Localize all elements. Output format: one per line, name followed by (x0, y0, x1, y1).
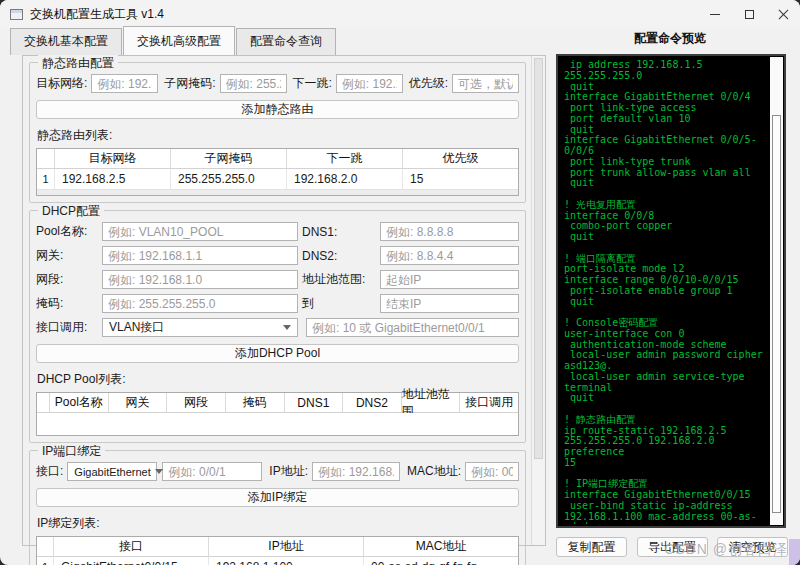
window-title: 交换机配置生成工具 v1.4 (30, 6, 164, 23)
dhcp-group-title: DHCP配置 (38, 203, 104, 220)
ip-binding-group: IP端口绑定 接口: GigabitEthernet IP地址: MAC地址: … (29, 450, 526, 565)
next-hop-label: 下一跳: (293, 75, 332, 92)
interface-call-select[interactable]: VLAN接口 (102, 318, 298, 337)
static-route-col-nexthop: 下一跳 (286, 149, 402, 169)
bind-col-mac: MAC地址 (363, 537, 518, 557)
range-to-label: 到 (302, 295, 376, 312)
add-static-route-button[interactable]: 添加静态路由 (36, 100, 519, 119)
dns1-input[interactable] (380, 222, 519, 241)
bind-interface-label: 接口: (36, 463, 63, 480)
table-cell[interactable]: 15 (402, 169, 518, 189)
dhcp-col-interface: 接口调用 (459, 393, 518, 413)
bind-col-interface: 接口 (53, 537, 208, 557)
dest-network-input[interactable] (91, 74, 158, 93)
ip-binding-list-label: IP绑定列表: (37, 515, 519, 532)
table-row-number[interactable]: 1 (37, 169, 54, 189)
maximize-icon (745, 10, 754, 19)
tab-command-query[interactable]: 配置命令查询 (236, 28, 336, 55)
subnet-mask-input[interactable] (220, 74, 287, 93)
static-route-table: 目标网络 子网掩码 下一跳 优先级 1 192.168.2.5 255.255.… (36, 148, 519, 196)
add-ip-binding-button[interactable]: 添加IP绑定 (36, 488, 519, 507)
pool-name-label: Pool名称: (36, 223, 98, 240)
pool-name-input[interactable] (102, 222, 298, 241)
dest-network-label: 目标网络: (36, 75, 87, 92)
mask-label: 掩码: (36, 295, 98, 312)
pool-range-start-input[interactable] (380, 270, 519, 289)
bind-ip-label: IP地址: (269, 463, 308, 480)
copy-config-button[interactable]: 复制配置 (556, 537, 627, 557)
dhcp-col-mask: 掩码 (225, 393, 284, 413)
terminal-scrollbar[interactable] (770, 57, 783, 525)
bind-mac-label: MAC地址: (407, 463, 461, 480)
left-pane-scrollbar[interactable] (531, 56, 545, 545)
advanced-config-pane: 静态路由配置 目标网络: 子网掩码: 下一跳: 优先级: 添加静态路由 静态路由… (22, 55, 546, 546)
chevron-down-icon (283, 325, 291, 330)
preview-title: 配置命令预览 (548, 30, 792, 47)
close-button[interactable] (766, 0, 800, 28)
interface-call-label: 接口调用: (36, 319, 98, 336)
static-route-col-priority: 优先级 (402, 149, 518, 169)
dhcp-col-pool: Pool名称 (49, 393, 108, 413)
dhcp-col-dns2: DNS2 (342, 393, 401, 413)
export-config-button[interactable]: 导出配置 (637, 537, 708, 557)
pool-range-end-input[interactable] (380, 294, 519, 313)
static-route-list-label: 静态路由列表: (37, 127, 519, 144)
static-route-group: 静态路由配置 目标网络: 子网掩码: 下一跳: 优先级: 添加静态路由 静态路由… (29, 62, 526, 203)
config-preview-terminal: ip address 192.168.1.5 255.255.255.0 qui… (556, 54, 786, 528)
static-route-col-mask: 子网掩码 (170, 149, 286, 169)
priority-input[interactable] (452, 74, 519, 93)
table-cell[interactable]: 192.168.2.0 (286, 169, 402, 189)
priority-label: 优先级: (409, 75, 448, 92)
dhcp-col-network: 网段 (166, 393, 225, 413)
bind-col-ip: IP地址 (208, 537, 363, 557)
terminal-scrollbar-thumb[interactable] (772, 115, 781, 513)
table-cell[interactable]: 192.168.1.100 (208, 557, 363, 565)
table-cell[interactable]: 192.168.2.5 (54, 169, 170, 189)
ip-binding-table: 接口 IP地址 MAC地址 1 GigabitEthernet0/0/15 19… (36, 536, 519, 565)
mask-input[interactable] (102, 294, 298, 313)
app-icon (10, 9, 23, 20)
bind-interface-input[interactable] (162, 462, 262, 481)
bind-ip-input[interactable] (312, 462, 400, 481)
table-cell[interactable]: 00-as-sd-dg-gf-fg-fg (363, 557, 518, 565)
app-window: 交换机配置生成工具 v1.4 交换机基本配置 交换机高级配置 配置命令查询 静态… (0, 0, 800, 565)
minimize-button[interactable] (698, 0, 732, 28)
dhcp-group: DHCP配置 Pool名称: DNS1: 网关: DNS2: 网段: 地址池范围… (29, 210, 526, 443)
dns1-label: DNS1: (302, 225, 376, 239)
bind-interface-select[interactable]: GigabitEthernet (67, 462, 157, 481)
ip-binding-group-title: IP端口绑定 (38, 443, 105, 460)
dns2-input[interactable] (380, 246, 519, 265)
dns2-label: DNS2: (302, 249, 376, 263)
next-hop-input[interactable] (336, 74, 403, 93)
network-input[interactable] (102, 270, 298, 289)
gateway-input[interactable] (102, 246, 298, 265)
clear-preview-button[interactable]: 清空预览 (717, 537, 788, 557)
terminal-text: ip address 192.168.1.5 255.255.255.0 qui… (564, 60, 768, 524)
pool-range-label: 地址池范围: (302, 271, 376, 288)
table-cell[interactable]: 255.255.255.0 (170, 169, 286, 189)
dhcp-pool-table: Pool名称 网关 网段 掩码 DNS1 DNS2 地址池范围 接口调用 (36, 392, 519, 436)
maximize-button[interactable] (732, 0, 766, 28)
subnet-mask-label: 子网掩码: (164, 75, 215, 92)
gateway-label: 网关: (36, 247, 98, 264)
dhcp-col-gateway: 网关 (108, 393, 167, 413)
tab-advanced-config[interactable]: 交换机高级配置 (123, 26, 235, 55)
close-icon (778, 9, 789, 20)
scrollbar-thumb[interactable] (534, 58, 543, 459)
table-cell[interactable]: GigabitEthernet0/0/15 (53, 557, 208, 565)
table-row-number[interactable]: 1 (37, 557, 53, 565)
titlebar: 交换机配置生成工具 v1.4 (0, 0, 800, 28)
chevron-down-icon (155, 469, 163, 474)
network-label: 网段: (36, 271, 98, 288)
static-route-group-title: 静态路由配置 (38, 55, 118, 72)
dhcp-col-dns1: DNS1 (284, 393, 343, 413)
add-dhcp-pool-button[interactable]: 添加DHCP Pool (36, 344, 519, 363)
watermark-strip (789, 539, 800, 565)
bind-mac-input[interactable] (465, 462, 519, 481)
interface-call-input[interactable] (306, 318, 519, 337)
minimize-icon (710, 14, 720, 15)
dhcp-col-range: 地址池范围 (401, 393, 460, 413)
tab-basic-config[interactable]: 交换机基本配置 (10, 28, 122, 55)
static-route-col-dest: 目标网络 (54, 149, 170, 169)
preview-actions: 复制配置 导出配置 清空预览 (556, 537, 788, 557)
